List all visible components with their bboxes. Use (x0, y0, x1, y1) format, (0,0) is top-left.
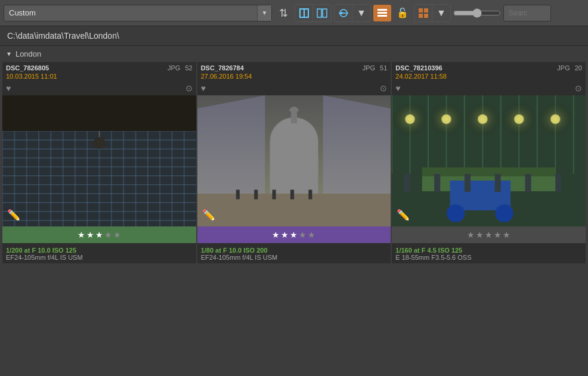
photo-filename: DSC_7826805 (6, 64, 49, 72)
svg-rect-2 (317, 9, 321, 17)
grid-view-button[interactable] (414, 5, 432, 21)
filter-dropdown-button[interactable]: ▼ (352, 5, 370, 21)
photo-icons: ♥ ⊙ (197, 82, 391, 95)
svg-rect-9 (377, 12, 387, 14)
star-filled-icon: ★ (78, 230, 85, 240)
photo-image: ✏️ (2, 95, 196, 226)
zoom-slider[interactable] (453, 8, 501, 18)
photo-date: 27.06.2016 19:54 (197, 73, 391, 82)
rating-bar[interactable]: ★★★★★ (392, 226, 586, 243)
photo-ext: JPG (168, 64, 180, 72)
svg-rect-13 (419, 14, 423, 18)
photo-icons: ♥ ⊙ (392, 82, 586, 95)
photo-header: DSC_7826784 JPG 51 (197, 62, 391, 73)
heart-icon[interactable]: ♥ (6, 83, 11, 93)
photo-ext: JPG (363, 64, 375, 72)
circle-icon[interactable]: ⊙ (185, 83, 193, 93)
section-title: London (16, 49, 41, 58)
shutter-info: 1/200 at F 10.0 ISO 125 (6, 247, 193, 254)
breadcrumb-path: C:\data\imdata\Travel\London\ (7, 31, 119, 41)
shutter-info: 1/160 at F 4.5 ISO 125 (395, 247, 582, 254)
star-empty-icon: ★ (494, 230, 502, 240)
rating-bar[interactable]: ★★★★★ (197, 226, 391, 243)
lens-info: E 18-55mm F3.5-5.6 OSS (395, 254, 582, 261)
photo-date: 10.03.2015 11:01 (2, 73, 196, 82)
circle-icon[interactable]: ⊙ (380, 83, 387, 93)
photo-footer: 1/80 at F 10.0 ISO 200 EF24-105mm f/4L I… (197, 243, 391, 263)
sort-icon: ⇅ (279, 7, 288, 20)
filter-button[interactable] (335, 5, 352, 21)
shutter-info: 1/80 at F 10.0 ISO 200 (201, 247, 388, 254)
star-empty-icon: ★ (485, 230, 493, 240)
rating-bar[interactable]: ★★★★★ (2, 226, 196, 243)
heart-icon[interactable]: ♥ (395, 83, 400, 93)
search-input[interactable] (503, 5, 551, 21)
star-empty-icon: ★ (299, 230, 307, 240)
star-filled-icon: ★ (272, 230, 280, 240)
star-filled-icon: ★ (281, 230, 289, 240)
star-filled-icon: ★ (86, 230, 94, 240)
photo-header: DSC_7826805 JPG 52 (2, 62, 196, 73)
star-empty-icon: ★ (308, 230, 315, 240)
lens-info: EF24-105mm f/4L IS USM (6, 254, 193, 261)
lock-icon: 🔓 (397, 7, 408, 18)
photo-grid: DSC_7826805 JPG 52 10.03.2015 11:01 ♥ ⊙ … (0, 62, 588, 266)
lock-button[interactable]: 🔓 (394, 5, 411, 21)
star-empty-icon: ★ (104, 230, 112, 240)
svg-rect-3 (323, 9, 327, 17)
filter-group: ▼ (334, 4, 371, 22)
star-empty-icon: ★ (503, 230, 510, 240)
stars-row: ★★★★★ (467, 230, 510, 240)
star-filled-icon: ★ (95, 230, 103, 240)
grid-options-group: ▼ (414, 4, 451, 22)
preset-label: Custom (4, 8, 257, 17)
zoom-slider-wrapper (453, 8, 501, 18)
photo-ext: JPG (557, 64, 570, 72)
svg-rect-14 (424, 14, 428, 18)
star-empty-icon: ★ (467, 230, 475, 240)
photo-card[interactable]: DSC_7826805 JPG 52 10.03.2015 11:01 ♥ ⊙ … (2, 62, 196, 263)
photo-count: 52 (185, 64, 192, 72)
pencil-icon: ✏️ (202, 209, 215, 222)
photo-date: 24.02.2017 11:58 (392, 73, 586, 82)
svg-rect-11 (419, 8, 423, 13)
dropdown-arrow-icon[interactable]: ▼ (257, 5, 271, 21)
section-arrow-icon: ▼ (6, 51, 12, 57)
svg-point-5 (341, 12, 343, 14)
single-view-button[interactable] (295, 5, 313, 21)
star-empty-icon: ★ (113, 230, 121, 240)
grid-rows-button[interactable] (373, 5, 391, 21)
svg-rect-10 (377, 15, 387, 17)
pencil-icon: ✏️ (397, 209, 410, 222)
stars-row: ★★★★★ (78, 230, 121, 240)
stars-row: ★★★★★ (272, 230, 315, 240)
star-empty-icon: ★ (476, 230, 484, 240)
photo-count: 51 (380, 64, 387, 72)
photo-image: ✏️ (197, 95, 391, 226)
circle-icon[interactable]: ⊙ (575, 83, 582, 93)
view-mode-group (295, 4, 332, 22)
heart-icon[interactable]: ♥ (201, 83, 206, 93)
grid-dropdown-button[interactable]: ▼ (432, 5, 450, 21)
star-filled-icon: ★ (290, 230, 298, 240)
compare-view-button[interactable] (313, 5, 331, 21)
photo-card[interactable]: DSC_7826784 JPG 51 27.06.2016 19:54 ♥ ⊙ … (197, 62, 391, 263)
breadcrumb: C:\data\imdata\Travel\London\ (0, 26, 588, 46)
photo-image: ✏️ (392, 95, 586, 226)
photo-footer: 1/200 at F 10.0 ISO 125 EF24-105mm f/4L … (2, 243, 196, 263)
pencil-icon: ✏️ (7, 209, 20, 222)
section-header[interactable]: ▼ London (0, 46, 588, 62)
preset-dropdown[interactable]: Custom ▼ (4, 5, 272, 21)
svg-rect-8 (377, 9, 387, 11)
photo-card[interactable]: DSC_78210396 JPG 20 24.02.2017 11:58 ♥ ⊙… (392, 62, 586, 263)
photo-filename: DSC_7826784 (201, 64, 244, 72)
lens-info: EF24-105mm f/4L IS USM (201, 254, 388, 261)
sort-button[interactable]: ⇅ (274, 5, 292, 21)
photo-count: 20 (575, 64, 582, 72)
photo-filename: DSC_78210396 (395, 64, 442, 72)
photo-footer: 1/160 at F 4.5 ISO 125 E 18-55mm F3.5-5.… (392, 243, 586, 263)
photo-icons: ♥ ⊙ (2, 82, 196, 95)
svg-rect-12 (424, 8, 428, 13)
toolbar: Custom ▼ ⇅ ▼ (0, 0, 588, 26)
photo-header: DSC_78210396 JPG 20 (392, 62, 586, 73)
